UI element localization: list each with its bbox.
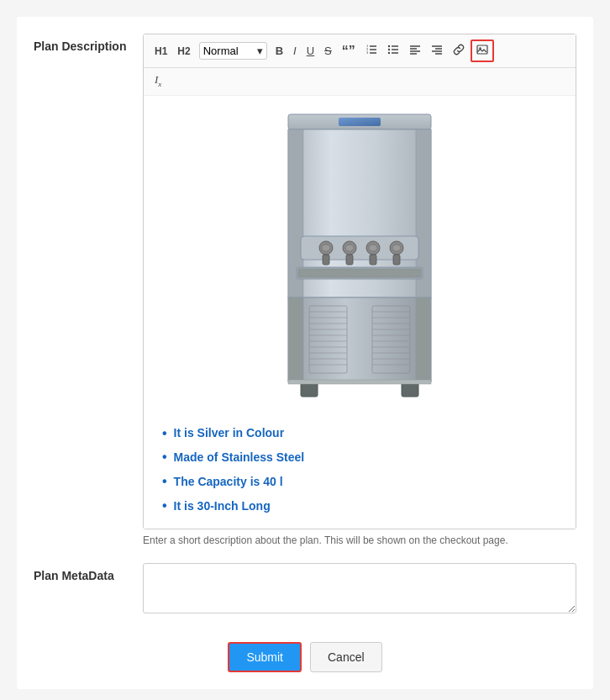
align-left-button[interactable] [405, 41, 425, 61]
format-select-wrapper[interactable]: Normal Heading 1 Heading 2 Heading 3 ▾ [199, 42, 267, 60]
h2-button[interactable]: H2 [173, 43, 194, 60]
plan-metadata-label: Plan MetaData [34, 563, 143, 585]
clear-format-button[interactable]: Ix [150, 71, 166, 91]
toolbar-row2: Ix [144, 68, 576, 96]
svg-point-39 [392, 245, 401, 251]
svg-point-36 [369, 245, 377, 251]
svg-point-9 [388, 45, 390, 47]
svg-rect-44 [416, 297, 431, 382]
plan-metadata-field [143, 563, 576, 617]
svg-text:3: 3 [366, 50, 369, 55]
svg-rect-20 [477, 45, 487, 54]
link-button[interactable] [449, 41, 469, 61]
button-row: Submit Cancel [34, 642, 576, 672]
underline-button[interactable]: U [302, 42, 318, 60]
submit-button[interactable]: Submit [228, 642, 302, 672]
chevron-down-icon: ▾ [257, 45, 263, 57]
svg-rect-69 [288, 380, 431, 384]
list-item: Made of Stainless Steel [162, 445, 565, 470]
format-select[interactable]: Normal Heading 1 Heading 2 Heading 3 [203, 45, 257, 57]
svg-point-30 [322, 245, 330, 251]
editor-content-area[interactable]: It is Silver in ColourMade of Stainless … [144, 96, 576, 529]
italic-button[interactable]: I [289, 42, 301, 60]
feature-list: It is Silver in ColourMade of Stainless … [154, 422, 565, 518]
bold-button[interactable]: B [271, 42, 287, 60]
plan-description-label: Plan Description [34, 34, 143, 55]
image-button[interactable] [471, 39, 494, 62]
cancel-button[interactable]: Cancel [310, 642, 382, 672]
svg-rect-41 [298, 269, 421, 277]
toolbar-row1: H1 H2 Normal Heading 1 Heading 2 Heading… [144, 34, 576, 68]
svg-point-11 [388, 52, 390, 54]
list-item: It is 30-Inch Long [162, 494, 565, 518]
ordered-list-button[interactable]: 123 [361, 41, 381, 61]
plan-description-row: Plan Description H1 H2 Normal Heading 1 … [34, 34, 576, 546]
svg-rect-23 [339, 118, 381, 126]
rich-text-editor: H1 H2 Normal Heading 1 Heading 2 Heading… [143, 34, 576, 529]
quote-button[interactable]: “” [338, 41, 360, 61]
h1-button[interactable]: H1 [150, 43, 171, 60]
form-container: Plan Description H1 H2 Normal Heading 1 … [17, 17, 593, 689]
svg-rect-43 [288, 297, 303, 382]
hint-text: Enter a short description about the plan… [143, 534, 576, 546]
plan-description-field: H1 H2 Normal Heading 1 Heading 2 Heading… [143, 34, 576, 546]
list-item: The Capacity is 40 l [162, 470, 565, 494]
svg-rect-29 [323, 255, 329, 265]
align-right-button[interactable] [427, 41, 447, 61]
metadata-input[interactable] [143, 563, 576, 613]
cooler-image-container [154, 106, 565, 408]
plan-metadata-row: Plan MetaData [34, 563, 576, 617]
strikethrough-button[interactable]: S [320, 42, 336, 60]
unordered-list-button[interactable] [383, 41, 403, 61]
svg-rect-32 [346, 255, 353, 265]
svg-rect-38 [393, 255, 400, 265]
svg-rect-35 [370, 255, 376, 265]
svg-point-33 [345, 245, 354, 251]
svg-point-10 [388, 49, 390, 50]
list-item: It is Silver in Colour [162, 422, 565, 446]
